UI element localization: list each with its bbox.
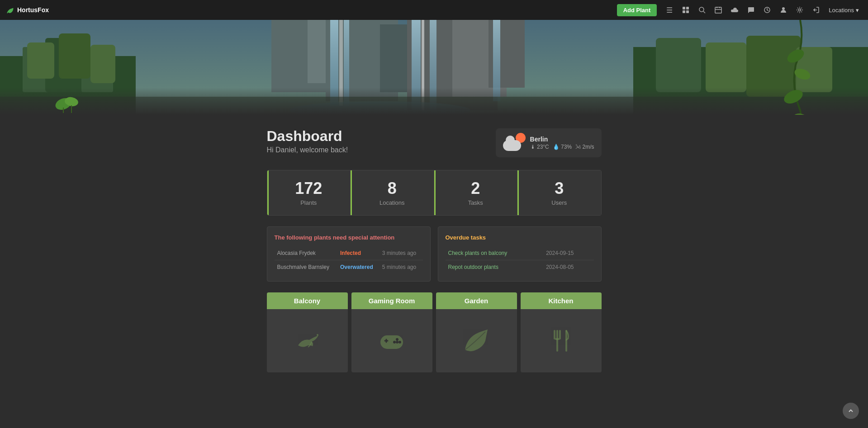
- location-card-balcony[interactable]: Balcony: [267, 292, 348, 372]
- humidity: 💧 73%: [553, 144, 572, 150]
- location-name-balcony: Balcony: [267, 292, 348, 309]
- svg-rect-36: [656, 38, 701, 92]
- attention-panel: The following plants need special attent…: [267, 226, 431, 282]
- stat-users: 3 Users: [517, 170, 601, 215]
- task-link-2[interactable]: Repot outdoor plants: [448, 264, 498, 270]
- calendar-icon[interactable]: [711, 3, 726, 17]
- location-icon-gaming-room: [351, 309, 432, 372]
- svg-point-4: [699, 7, 704, 12]
- chevron-down-icon: ▾: [856, 7, 859, 14]
- cloud-weather-icon[interactable]: [727, 3, 742, 17]
- overdue-table: Check plants on balcony 2024-09-15 Repot…: [446, 246, 594, 274]
- status-infected-1: Infected: [340, 250, 361, 256]
- tasks-count: 2: [443, 179, 508, 198]
- location-icon-balcony: [267, 309, 348, 372]
- user-icon[interactable]: [776, 3, 791, 17]
- brand-icon: [5, 5, 14, 14]
- users-count: 3: [526, 179, 592, 198]
- search-icon[interactable]: [695, 3, 709, 17]
- stat-locations: 8 Locations: [351, 170, 434, 215]
- attention-table: Alocasia Frydek Infected 3 minutes ago B…: [275, 246, 423, 274]
- leaf-decoration: [54, 90, 81, 115]
- location-card-garden[interactable]: Garden: [436, 292, 517, 372]
- grid-icon[interactable]: [678, 3, 693, 17]
- location-icon-kitchen: [521, 309, 602, 372]
- table-row: Repot outdoor plants 2024-08-05: [446, 260, 594, 274]
- table-row: Check plants on balcony 2024-09-15: [446, 246, 594, 260]
- stat-tasks: 2 Tasks: [434, 170, 518, 215]
- svg-rect-2: [683, 10, 685, 13]
- cloud-sun-icon: [503, 133, 526, 151]
- plants-count: 172: [276, 179, 342, 198]
- chat-icon[interactable]: [744, 3, 758, 17]
- plant-name-2: Buschmalve Barnsley: [275, 260, 338, 274]
- location-icon-garden: [436, 309, 517, 372]
- task-date-2: 2024-08-05: [543, 260, 593, 274]
- location-card-gaming-room[interactable]: Gaming Room: [351, 292, 432, 372]
- stats-grid: 172 Plants 8 Locations 2 Tasks 3 Users: [267, 170, 602, 216]
- table-row: Buschmalve Barnsley Overwatered 5 minute…: [275, 260, 423, 274]
- list-icon[interactable]: ☰: [662, 3, 677, 17]
- users-label: Users: [526, 199, 592, 206]
- task-date-1: 2024-09-15: [543, 246, 593, 260]
- svg-point-59: [396, 341, 398, 343]
- status-overwatered-2: Overwatered: [340, 264, 373, 270]
- table-row: Alocasia Frydek Infected 3 minutes ago: [275, 246, 423, 260]
- svg-point-48: [782, 87, 805, 106]
- svg-point-53: [317, 334, 318, 336]
- svg-point-57: [396, 338, 398, 341]
- svg-line-5: [703, 11, 705, 13]
- logout-icon[interactable]: [809, 3, 823, 17]
- hero-banner: [0, 20, 868, 115]
- history-icon[interactable]: [760, 3, 774, 17]
- navbar: HortusFox Add Plant ☰: [0, 0, 868, 20]
- vines-decoration: [768, 20, 832, 115]
- attention-panel-title: The following plants need special attent…: [275, 234, 423, 241]
- scroll-top-button[interactable]: [843, 403, 859, 419]
- temperature: 🌡 23°C: [530, 144, 549, 150]
- location-card-kitchen[interactable]: Kitchen: [521, 292, 602, 372]
- main-content: Dashboard Hi Daniel, welcome back! Berli…: [249, 115, 620, 386]
- plants-label: Plants: [276, 199, 342, 206]
- add-plant-button[interactable]: Add Plant: [617, 4, 657, 16]
- svg-point-58: [398, 341, 401, 343]
- plant-name-1: Alocasia Frydek: [275, 246, 338, 260]
- location-name-gaming-room: Gaming Room: [351, 292, 432, 309]
- time-ago-2: 5 minutes ago: [379, 260, 423, 274]
- locations-grid: Balcony Gaming Room: [267, 292, 602, 372]
- dashboard-subtitle: Hi Daniel, welcome back!: [267, 146, 348, 154]
- dashboard-title-section: Dashboard Hi Daniel, welcome back!: [267, 128, 348, 154]
- svg-rect-3: [686, 10, 689, 13]
- navbar-actions: Add Plant ☰: [617, 3, 863, 17]
- time-ago-1: 3 minutes ago: [379, 246, 423, 260]
- overdue-panel-title: Overdue tasks: [446, 234, 594, 241]
- hero-gradient-overlay: [0, 88, 868, 115]
- weather-info: Berlin 🌡 23°C 💧 73% 🌬 2m/s: [530, 136, 594, 150]
- brand: HortusFox: [5, 5, 49, 14]
- svg-point-12: [799, 9, 801, 11]
- overdue-panel: Overdue tasks Check plants on balcony 20…: [438, 226, 602, 282]
- svg-point-46: [785, 47, 806, 66]
- svg-point-60: [393, 341, 396, 343]
- location-name-kitchen: Kitchen: [521, 292, 602, 309]
- locations-dropdown[interactable]: Locations ▾: [825, 5, 863, 15]
- task-link-1[interactable]: Check plants on balcony: [448, 250, 508, 256]
- weather-city: Berlin: [530, 136, 594, 143]
- locations-label: Locations: [829, 7, 854, 14]
- page-title: Dashboard: [267, 128, 348, 144]
- panels-row: The following plants need special attent…: [267, 226, 602, 282]
- dashboard-header: Dashboard Hi Daniel, welcome back! Berli…: [267, 128, 602, 157]
- svg-rect-0: [683, 7, 685, 9]
- svg-rect-32: [27, 42, 54, 79]
- svg-rect-1: [686, 7, 689, 9]
- locations-label: Locations: [360, 199, 425, 206]
- tasks-label: Tasks: [443, 199, 508, 206]
- weather-widget: Berlin 🌡 23°C 💧 73% 🌬 2m/s: [496, 128, 602, 157]
- weather-icon: [503, 133, 526, 153]
- svg-rect-37: [706, 42, 746, 92]
- settings-icon[interactable]: [792, 3, 807, 17]
- svg-point-11: [782, 7, 785, 10]
- svg-rect-34: [90, 45, 115, 83]
- stat-plants: 172 Plants: [267, 170, 351, 215]
- locations-count: 8: [360, 179, 425, 198]
